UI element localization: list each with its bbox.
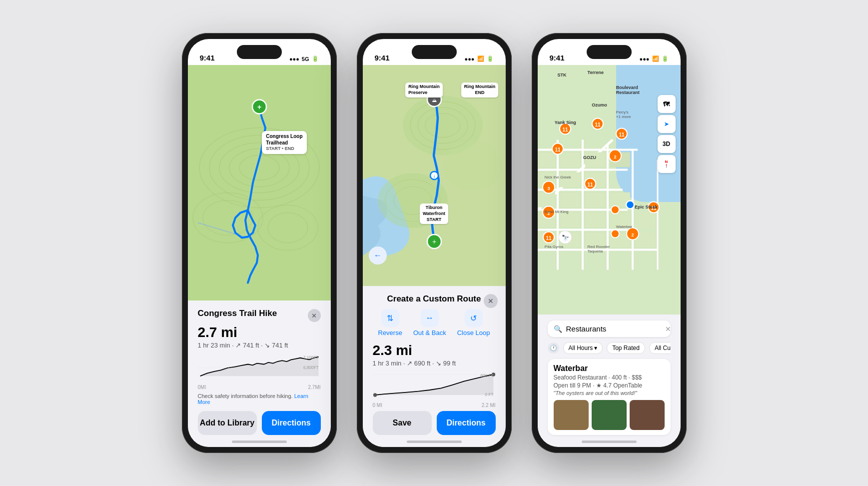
place-photos xyxy=(554,400,665,430)
bottom-panel-3: 🔍 ✕ 🕐 All Hours ▾ Top Rated All Cuisines… xyxy=(538,314,681,447)
place-photo-1 xyxy=(554,400,589,430)
trailhead-label: Congress Loop Trailhead START • END xyxy=(262,131,306,154)
distance-1: 2.7 mi xyxy=(198,324,321,340)
home-indicator-1 xyxy=(232,440,287,443)
directions-button-2[interactable]: Directions xyxy=(437,411,496,435)
battery-icon-1: 🔋 xyxy=(312,56,319,62)
location-button[interactable]: ➤ xyxy=(658,115,676,133)
svg-point-8 xyxy=(268,213,308,243)
place-photo-2 xyxy=(592,400,627,430)
map-1[interactable]: + Congress Loop Trailhead START • END xyxy=(188,65,331,300)
pita-label: Pita Gyros xyxy=(545,244,563,249)
status-icons-3: ●●● 📶 🔋 xyxy=(640,56,669,62)
search-bar[interactable]: 🔍 ✕ xyxy=(548,320,671,337)
boulevard-label: BoulevardRestaurant xyxy=(616,85,640,95)
svg-text:6,800FT: 6,800FT xyxy=(303,366,318,370)
svg-rect-63 xyxy=(635,212,655,228)
nick-label: Nick the Greek xyxy=(545,175,571,180)
stk-label: STK xyxy=(558,72,567,78)
gozu-label: GOZU xyxy=(583,155,596,160)
map-view-button[interactable]: 🗺 xyxy=(658,95,676,113)
out-back-icon: ↔ xyxy=(421,309,439,327)
city-map: 11 11 11 11 2 3 xyxy=(538,65,681,314)
close-loop-option[interactable]: ↺ Close Loop xyxy=(457,309,490,336)
svg-text:+: + xyxy=(257,103,261,111)
svg-rect-56 xyxy=(560,192,580,208)
time-2: 9:41 xyxy=(375,54,390,62)
svg-text:11: 11 xyxy=(555,147,561,152)
close-button-2[interactable]: ✕ xyxy=(484,294,498,308)
banhmi-label: Banh Mi King xyxy=(545,210,569,214)
add-library-button[interactable]: Add to Library xyxy=(198,411,257,435)
meta-2: 1 hr 3 min · ↗ 690 ft · ↘ 99 ft xyxy=(373,360,496,367)
rooster-label: Red RoosterTaqueria xyxy=(588,244,610,254)
svg-rect-49 xyxy=(560,152,580,168)
epic-steak-label: Epic Steak xyxy=(635,204,658,210)
svg-text:2: 2 xyxy=(614,154,616,160)
search-input[interactable] xyxy=(566,324,661,333)
elevation-chart-1: 7,100FT 6,800FT xyxy=(198,353,321,380)
threed-button[interactable]: 3D xyxy=(658,135,676,153)
svg-point-95 xyxy=(611,206,619,214)
safety-note-1: Check safety information before hiking. … xyxy=(198,393,321,405)
phone-2: 9:41 ●●● 📶 🔋 xyxy=(357,33,512,453)
close-loop-icon: ↺ xyxy=(465,309,483,327)
bottom-panel-2: ✕ Create a Custom Route ⇅ Reverse ↔ Out … xyxy=(363,286,506,447)
hours-filter[interactable]: All Hours ▾ xyxy=(563,342,603,354)
trail-svg: ⛰ + ← i xyxy=(363,65,506,286)
home-indicator-3 xyxy=(582,440,637,443)
topo-svg: + xyxy=(188,65,331,300)
home-indicator-2 xyxy=(407,440,462,443)
close-button-1[interactable]: ✕ xyxy=(308,309,321,322)
route-options: ⇅ Reverse ↔ Out & Back ↺ Close Loop xyxy=(373,309,496,336)
preserve-label: Ring MountainPreserve xyxy=(405,82,443,97)
dynamic-island-3 xyxy=(587,45,632,59)
signal-icon-1: ●●● xyxy=(289,56,299,62)
search-clear-icon[interactable]: ✕ xyxy=(665,325,671,333)
svg-rect-48 xyxy=(538,152,555,168)
trail-map: ⛰ + ← i Ring MountainPreserve Ring Mount… xyxy=(363,65,506,286)
svg-rect-57 xyxy=(585,192,605,208)
directions-button-1[interactable]: Directions xyxy=(262,411,321,435)
save-button[interactable]: Save xyxy=(373,411,432,435)
waterfront-label: TiburonWaterfrontSTART xyxy=(420,204,448,224)
svg-point-3 xyxy=(229,149,289,187)
time-3: 9:41 xyxy=(550,54,565,62)
map-2[interactable]: ⛰ + ← i Ring MountainPreserve Ring Mount… xyxy=(363,65,506,286)
place-type: Seafood Restaurant · 400 ft · $$$ xyxy=(554,374,665,381)
wifi-icon-3: 📶 xyxy=(652,56,659,62)
panel-title-1: Congress Trail Hike xyxy=(198,308,277,318)
mountain-end-label: Ring MountainEND xyxy=(461,82,499,97)
svg-text:←: ← xyxy=(374,251,382,260)
action-buttons-1: Add to Library Directions xyxy=(198,411,321,435)
svg-text:7,100FT: 7,100FT xyxy=(303,356,318,360)
top-rated-filter[interactable]: Top Rated xyxy=(607,342,645,354)
chart-labels-2: 0 MI 2.2 MI xyxy=(373,402,496,408)
place-card-waterbar[interactable]: Waterbar Seafood Restaurant · 400 ft · $… xyxy=(548,359,671,435)
distance-2: 2.3 mi xyxy=(373,342,496,358)
elevation-chart-2: 600 FT 0 FT xyxy=(373,371,496,398)
dynamic-island-1 xyxy=(237,45,282,59)
svg-rect-60 xyxy=(560,212,580,228)
svg-rect-61 xyxy=(585,212,605,228)
svg-text:11: 11 xyxy=(595,122,601,128)
svg-point-31 xyxy=(373,393,376,396)
cuisines-filter[interactable]: All Cuisines ▾ xyxy=(649,342,671,354)
map-controls: 🗺 ➤ 3D N xyxy=(658,95,676,173)
place-quote: "The oysters are out of this world!" xyxy=(554,390,665,396)
waterbar-map-label: Waterbar xyxy=(616,224,633,229)
network-label-1: 5G xyxy=(302,56,309,62)
svg-text:11: 11 xyxy=(546,236,552,241)
svg-text:0 FT: 0 FT xyxy=(485,392,493,397)
compass-button[interactable]: N xyxy=(658,155,676,173)
map-3[interactable]: 11 11 11 11 2 3 xyxy=(538,65,681,314)
hours-filter-icon: 🕐 xyxy=(548,342,559,354)
reverse-option[interactable]: ⇅ Reverse xyxy=(378,309,402,336)
out-back-option[interactable]: ↔ Out & Back xyxy=(413,309,446,336)
phone-3: 9:41 ●●● 📶 🔋 xyxy=(532,33,687,453)
battery-icon-3: 🔋 xyxy=(662,56,669,62)
place-photo-3 xyxy=(630,400,665,430)
svg-text:11: 11 xyxy=(562,127,568,132)
chart-labels-1: 0MI 2.7MI xyxy=(198,384,321,390)
wifi-icon-2: 📶 xyxy=(477,56,484,62)
